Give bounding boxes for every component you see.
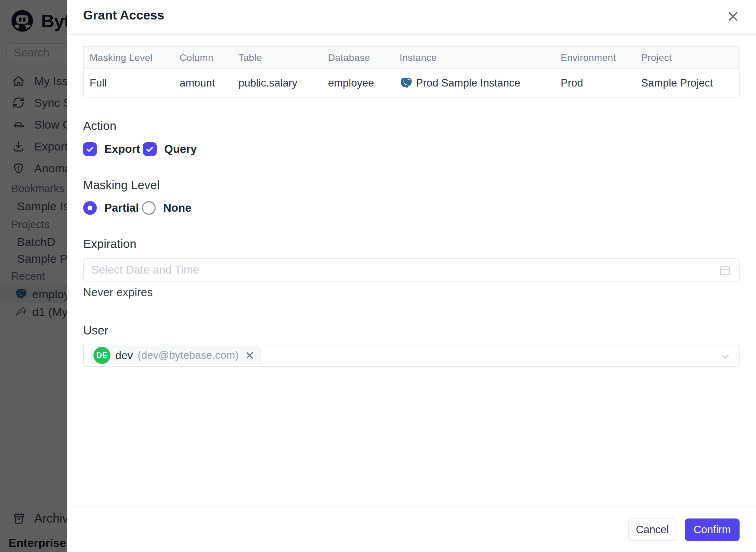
cell-project: Sample Project bbox=[635, 77, 739, 89]
avatar: DE bbox=[93, 347, 110, 364]
check-icon bbox=[145, 144, 155, 154]
masking-level-heading: Masking Level bbox=[83, 178, 160, 192]
user-name: dev bbox=[115, 349, 133, 362]
export-checkbox-group[interactable]: Export bbox=[83, 141, 140, 157]
user-email: (dev@bytebase.com) bbox=[138, 349, 239, 362]
query-label: Query bbox=[164, 143, 197, 156]
query-checkbox-group[interactable]: Query bbox=[143, 141, 197, 157]
none-radio-group[interactable]: None bbox=[142, 200, 192, 216]
expiration-input[interactable] bbox=[91, 263, 673, 276]
col-header-column: Column bbox=[174, 52, 233, 63]
col-header-database: Database bbox=[322, 52, 394, 63]
cell-database: employee bbox=[322, 77, 394, 89]
partial-label: Partial bbox=[104, 201, 139, 214]
calendar-icon[interactable] bbox=[718, 264, 731, 277]
user-tag: DE dev (dev@bytebase.com) bbox=[91, 346, 261, 364]
col-header-environment: Environment bbox=[555, 52, 635, 63]
check-icon bbox=[85, 144, 95, 154]
none-label: None bbox=[163, 201, 192, 214]
remove-user-icon[interactable] bbox=[244, 350, 255, 361]
close-icon[interactable] bbox=[726, 9, 741, 24]
postgres-icon bbox=[400, 77, 413, 90]
resource-table-header: Masking Level Column Table Database Inst… bbox=[84, 47, 739, 69]
resource-table: Masking Level Column Table Database Inst… bbox=[83, 46, 740, 97]
modal-overlay[interactable] bbox=[0, 0, 67, 552]
col-header-instance: Instance bbox=[394, 52, 555, 63]
expiration-heading: Expiration bbox=[83, 237, 136, 251]
chevron-down-icon[interactable] bbox=[719, 350, 731, 363]
expiration-date-picker[interactable] bbox=[83, 258, 740, 281]
action-heading: Action bbox=[83, 119, 116, 133]
cell-instance: Prod Sample Instance bbox=[394, 77, 555, 90]
confirm-button[interactable]: Confirm bbox=[685, 518, 740, 541]
cell-column: amount bbox=[174, 77, 233, 89]
cell-table: public.salary bbox=[233, 77, 322, 89]
col-header-project: Project bbox=[635, 52, 739, 63]
export-label: Export bbox=[104, 143, 140, 156]
expiration-hint: Never expires bbox=[83, 286, 153, 299]
footer-divider bbox=[67, 507, 756, 507]
col-header-masking-level: Masking Level bbox=[84, 52, 174, 63]
partial-radio[interactable] bbox=[83, 201, 97, 215]
partial-radio-group[interactable]: Partial bbox=[83, 200, 139, 216]
user-select[interactable]: DE dev (dev@bytebase.com) bbox=[83, 344, 740, 367]
export-checkbox[interactable] bbox=[83, 142, 97, 156]
user-heading: User bbox=[83, 324, 108, 337]
none-radio[interactable] bbox=[142, 201, 156, 215]
modal-title: Grant Access bbox=[83, 8, 164, 23]
col-header-table: Table bbox=[233, 52, 322, 63]
table-row: Full amount public.salary employee Prod … bbox=[84, 69, 739, 97]
query-checkbox[interactable] bbox=[143, 142, 157, 156]
grant-access-modal: Grant Access Masking Level Column Table … bbox=[67, 0, 756, 552]
instance-name: Prod Sample Instance bbox=[416, 77, 520, 89]
header-divider bbox=[67, 34, 756, 35]
cell-masking-level: Full bbox=[84, 77, 174, 89]
cancel-button[interactable]: Cancel bbox=[628, 518, 676, 541]
cell-environment: Prod bbox=[555, 77, 635, 89]
